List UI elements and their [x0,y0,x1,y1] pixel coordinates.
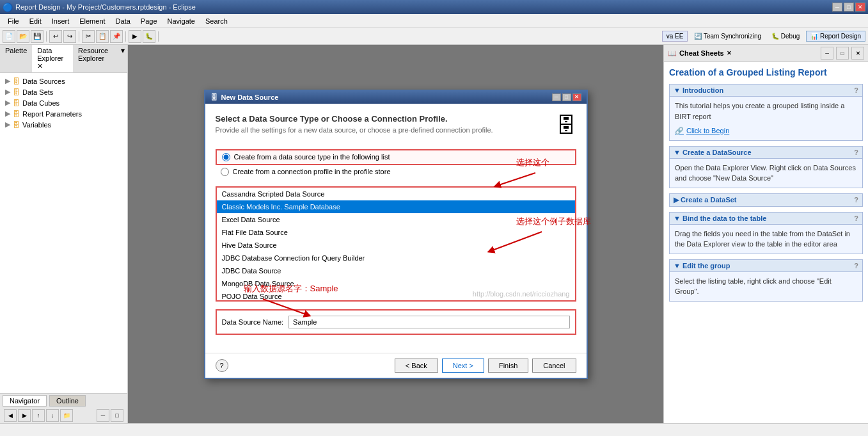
cs-section-dataset-header[interactable]: ▶ Create a DataSet ? [669,193,863,207]
next-btn[interactable]: Next > [442,359,484,373]
cs-section-introduction: ▼ Introduction ? This tutorial helps you… [669,84,863,141]
dialog-body: Select a Data Source Type or Choose a Co… [205,104,587,353]
perspective-debug[interactable]: 🐛 Debug [768,31,803,41]
dataset-help-icon[interactable]: ? [854,196,858,204]
menu-element[interactable]: Element [74,16,110,26]
tab-data-explorer[interactable]: Data Explorer ✕ [32,45,73,72]
tree-item-variables[interactable]: ▶ 🗄 Variables [3,119,125,130]
datacubes-icon: ▶ [5,99,10,107]
menu-navigate[interactable]: Navigate [162,16,200,26]
toolbar-open[interactable]: 📂 [17,30,29,43]
tree-item-data-sources[interactable]: ▶ 🗄 Data Sources [3,76,125,86]
dialog-minimize-btn[interactable]: ─ [552,93,561,101]
panel-minimize-btn[interactable]: ─ [821,47,833,60]
left-panel-tab-bar: Palette Data Explorer ✕ Resource Explore… [0,45,127,73]
title-bar: 🔵 Report Design - My Project/Customers.r… [0,0,868,14]
panel-maximize-btn[interactable]: □ [836,47,849,60]
nav-minimize[interactable]: ─ [97,409,109,422]
nav-folder[interactable]: 📁 [60,409,73,422]
list-item-cassandra[interactable]: Cassandra Scripted Data Source [217,188,575,200]
menu-page[interactable]: Page [136,16,162,26]
nav-forward[interactable]: ▶ [18,409,31,422]
dialog-maximize-btn[interactable]: □ [562,93,571,101]
nav-down[interactable]: ↓ [46,409,59,422]
tab-navigator[interactable]: Navigator [3,395,47,407]
cs-section-bind-header[interactable]: ▼ Bind the data to the table ? [669,212,863,225]
list-item-classic-models[interactable]: Classic Models Inc. Sample Database [217,200,575,213]
menu-edit[interactable]: Edit [24,16,47,26]
radio-2-label: Create from a connection profile in the … [233,168,391,175]
toolbar-debug[interactable]: 🐛 [143,30,155,43]
radio-2-input[interactable] [221,168,229,176]
tab-outline[interactable]: Outline [49,395,86,407]
link-icon: 🔗 [675,125,684,136]
perspective-team-sync[interactable]: 🔄 Team Synchronizing [690,31,765,41]
ds-help-icon[interactable]: ? [854,149,858,156]
list-item-flat-file[interactable]: Flat File Data Source [217,226,575,239]
tab-resource-explorer[interactable]: Resource Explorer [73,45,118,72]
nav-up[interactable]: ↑ [32,409,45,422]
toolbar: 📄 📂 💾 ↩ ↪ ✂ 📋 📌 ▶ 🐛 va EE 🔄 Team Synchro… [0,28,868,45]
tree-item-report-params[interactable]: ▶ 🗄 Report Parameters [3,108,125,119]
help-btn[interactable]: ? [216,359,228,372]
menu-insert[interactable]: Insert [47,16,75,26]
radio-group: Create from a data source type in the fo… [216,149,576,179]
back-btn[interactable]: < Back [395,359,438,373]
toolbar-save[interactable]: 💾 [31,30,43,43]
tree-item-data-cubes[interactable]: ▶ 🗄 Data Cubes [3,97,125,108]
tab-palette[interactable]: Palette [0,45,32,72]
list-item-excel[interactable]: Excel Data Source [217,213,575,226]
left-panel: Palette Data Explorer ✕ Resource Explore… [0,45,128,423]
list-item-jdbc-query[interactable]: JDBC Database Connection for Query Build… [217,252,575,264]
toolbar-new[interactable]: 📄 [3,30,15,43]
toolbar-paste[interactable]: 📌 [110,30,123,43]
cancel-btn[interactable]: Cancel [532,359,576,373]
toolbar-run[interactable]: ▶ [129,30,141,43]
cs-section-intro-header[interactable]: ▼ Introduction ? [669,84,863,97]
datasets-folder-icon: 🗄 [13,88,20,96]
radio-1-input[interactable] [222,153,230,161]
cheatsheet-title: Creation of a Grouped Listing Report [669,67,863,77]
watermark-text: http://blog.csdn.net/ricciozhang [473,290,570,298]
list-item-mongodb[interactable]: MongoDB Data Source [217,277,575,290]
toolbar-copy[interactable]: 📋 [96,30,109,43]
bottom-nav: Navigator Outline ◀ ▶ ↑ ↓ 📁 ─ □ [0,393,127,423]
click-to-begin-link[interactable]: 🔗 Click to Begin [675,125,857,136]
toolbar-cut[interactable]: ✂ [82,30,95,43]
name-field-input[interactable] [288,316,569,328]
toolbar-redo[interactable]: ↪ [63,30,76,43]
radio-option-2[interactable]: Create from a connection profile in the … [216,165,576,179]
list-item-hive[interactable]: Hive Data Source [217,239,575,252]
name-field-label: Data Source Name: [222,318,284,326]
bind-help-icon[interactable]: ? [854,214,858,222]
cs-section-datasource: ▼ Create a DataSource ? Open the Data Ex… [669,146,863,188]
panel-close-btn[interactable]: ✕ [851,47,864,60]
window-title: Report Design - My Project/Customers.rpt… [15,3,196,11]
nav-back[interactable]: ◀ [4,409,17,422]
menu-bar: File Edit Insert Element Data Page Navig… [0,14,868,28]
toolbar-undo[interactable]: ↩ [49,30,62,43]
list-item-jdbc[interactable]: JDBC Data Source [217,264,575,277]
minimize-btn[interactable]: ─ [832,3,842,12]
cheatsheets-icon: 📖 [668,49,677,58]
radio-option-1[interactable]: Create from a data source type in the fo… [216,149,576,165]
intro-help-icon[interactable]: ? [854,86,858,94]
nav-maximize[interactable]: □ [111,409,123,422]
cs-section-ds-header[interactable]: ▼ Create a DataSource ? [669,146,863,159]
perspective-java-ee[interactable]: va EE [662,31,688,42]
dialog: 🗄 New Data Source ─ □ ✕ [204,90,588,379]
main-area: Palette Data Explorer ✕ Resource Explore… [0,45,868,423]
perspective-report-design[interactable]: 📊 Report Design [806,31,865,42]
group-help-icon[interactable]: ? [854,262,858,270]
close-btn[interactable]: ✕ [855,3,865,12]
dialog-header-icon: 🗄 [556,114,576,138]
menu-data[interactable]: Data [111,16,136,26]
dialog-close-btn[interactable]: ✕ [572,93,581,101]
menu-file[interactable]: File [3,16,24,26]
finish-btn[interactable]: Finish [488,359,528,373]
dialog-footer: ? < Back Next > Finish Cancel [205,353,587,378]
cs-section-group-header[interactable]: ▼ Edit the group ? [669,259,863,272]
maximize-btn[interactable]: □ [844,3,854,12]
tree-item-data-sets[interactable]: ▶ 🗄 Data Sets [3,86,125,97]
menu-search[interactable]: Search [200,16,233,26]
